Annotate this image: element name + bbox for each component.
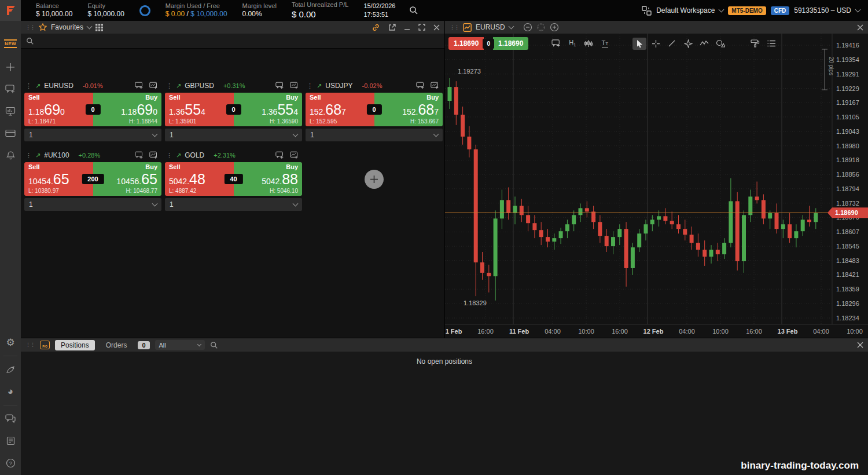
help-button[interactable]: ? (0, 452, 21, 474)
new-order-icon[interactable] (275, 151, 284, 159)
card-symbol[interactable]: GOLD (185, 151, 204, 159)
card-symbol[interactable]: USDJPY (325, 82, 352, 90)
workspace-switch-icon[interactable] (642, 6, 652, 16)
sell-button[interactable]: Sell1.18690L: 1.18471 (24, 93, 93, 126)
buy-button[interactable]: Buy5042.88H: 5046.10 (234, 162, 303, 196)
order-plus-icon (5, 85, 16, 94)
card-menu-icon[interactable]: ⋮ (25, 152, 32, 159)
new-order-icon[interactable] (416, 82, 425, 90)
drag-handle-icon[interactable]: ⋮⋮ (450, 25, 459, 30)
sell-button[interactable]: Sell5042.48L: 4887.42 (165, 162, 234, 196)
drag-handle-icon[interactable]: ⋮⋮ (25, 25, 35, 30)
chart-symbol-selector[interactable]: EURUSD (476, 23, 505, 31)
account-selector[interactable]: 591335150 – USD (794, 6, 851, 14)
buy-button[interactable]: Buy152.687H: 153.667 (374, 93, 443, 126)
chart-sell-button[interactable]: 1.18690 (448, 37, 484, 50)
close-panel-button[interactable] (433, 24, 440, 31)
card-menu-icon[interactable]: ⋮ (166, 82, 172, 90)
quantity-select[interactable]: 1 (24, 129, 161, 141)
autoscroll-button[interactable] (536, 23, 546, 32)
new-order-icon[interactable] (135, 151, 144, 159)
tab-positions[interactable]: Positions (55, 340, 95, 350)
chart-type-badge-icon[interactable] (463, 23, 472, 32)
link-panel-button[interactable] (372, 23, 380, 32)
workspace-selector[interactable]: Default Workspace (656, 6, 715, 14)
card-actions (416, 82, 442, 90)
new-order-button[interactable] (0, 78, 21, 100)
object-list-button[interactable] (764, 38, 778, 50)
trend-arrow-icon: ↗ (317, 82, 322, 90)
favourites-title[interactable]: Favourites (51, 23, 83, 31)
zoom-out-button[interactable] (523, 23, 532, 32)
drag-handle-icon[interactable]: ⋮⋮ (25, 342, 35, 348)
cfd-badge: CFD (771, 6, 790, 15)
open-chart-icon[interactable] (149, 151, 158, 159)
new-feature-badge[interactable]: NEW (4, 39, 17, 48)
crosshair-tool-button[interactable] (649, 38, 663, 50)
maximize-panel-button[interactable] (418, 24, 425, 31)
open-chart-icon[interactable] (290, 82, 299, 90)
card-symbol[interactable]: #UK100 (44, 151, 69, 159)
buy-button[interactable]: Buy1.36554H: 1.36590 (234, 93, 303, 126)
market-watch-button[interactable] (0, 100, 21, 122)
add-panel-button[interactable] (0, 56, 21, 78)
chart-symbol-chevron-icon[interactable] (508, 24, 514, 30)
theme-toggle-button[interactable]: ◕ (0, 381, 21, 403)
timeframe-button[interactable]: H1 (565, 38, 579, 50)
quantity-select[interactable]: 1 (165, 198, 302, 211)
global-search-button[interactable] (409, 6, 418, 15)
sell-label: Sell (28, 94, 89, 101)
open-chart-icon[interactable] (290, 151, 299, 159)
search-icon[interactable] (210, 341, 218, 349)
app-logo[interactable] (0, 0, 21, 21)
candlestick-chart[interactable]: 1.194161.193541.192911.192291.191671.191… (445, 34, 868, 338)
card-symbol[interactable]: EURUSD (44, 82, 73, 90)
new-order-icon[interactable] (275, 82, 284, 90)
quick-order-button[interactable] (549, 38, 563, 50)
copy-trading-button[interactable] (0, 359, 21, 381)
open-chart-icon[interactable] (431, 82, 439, 90)
detach-panel-button[interactable] (388, 24, 396, 31)
text-size-button[interactable]: TT (598, 38, 612, 50)
sell-button[interactable]: Sell1.36554L: 1.35901 (165, 93, 234, 126)
close-panel-button[interactable] (857, 342, 863, 348)
chart-buy-button[interactable]: 1.18690 (493, 37, 528, 50)
indicators-button[interactable] (697, 38, 711, 50)
tab-orders[interactable]: Orders (100, 340, 133, 350)
sell-button[interactable]: Sell152.687L: 152.595 (306, 93, 374, 126)
cursor-icon (636, 39, 643, 48)
card-symbol[interactable]: GBPUSD (185, 82, 214, 90)
open-chart-icon[interactable] (149, 82, 158, 90)
chart-style-button[interactable] (582, 38, 595, 50)
grid-view-icon[interactable] (95, 24, 103, 31)
buy-button[interactable]: Buy1.18690H: 1.18844 (93, 93, 162, 126)
trend-arrow-icon: ↗ (176, 152, 181, 159)
payments-button[interactable] (0, 122, 21, 144)
chart-appearance-button[interactable] (748, 38, 762, 50)
shapes-button[interactable] (713, 38, 727, 50)
positions-filter-dropdown[interactable]: All (155, 340, 205, 350)
favourites-chevron-icon[interactable] (87, 24, 93, 30)
new-order-icon[interactable] (135, 82, 144, 90)
trendline-tool-button[interactable] (665, 38, 679, 50)
account-chevron-icon[interactable] (855, 7, 861, 13)
quantity-select[interactable]: 1 (165, 129, 302, 141)
chat-button[interactable] (0, 408, 21, 430)
card-menu-icon[interactable]: ⋮ (307, 82, 313, 90)
symbol-search-input[interactable] (21, 34, 444, 49)
settings-button[interactable]: ⚙ (0, 331, 21, 353)
card-menu-icon[interactable]: ⋮ (166, 152, 172, 159)
notifications-button[interactable] (0, 144, 21, 166)
pointer-tool-button[interactable] (632, 38, 646, 50)
news-button[interactable] (0, 430, 21, 452)
minimize-panel-button[interactable] (404, 24, 410, 31)
workspace-chevron-icon[interactable] (719, 7, 724, 13)
drawing-tools-button[interactable] (681, 38, 695, 50)
zoom-in-button[interactable] (550, 23, 559, 32)
chart-canvas[interactable]: 1.18690 0 1.18690 H1 (445, 34, 868, 338)
add-instrument-button[interactable] (365, 170, 384, 189)
quantity-select[interactable]: 1 (306, 129, 443, 141)
quantity-select[interactable]: 1 (24, 198, 161, 211)
card-menu-icon[interactable]: ⋮ (25, 82, 32, 90)
close-panel-button[interactable] (857, 24, 863, 31)
